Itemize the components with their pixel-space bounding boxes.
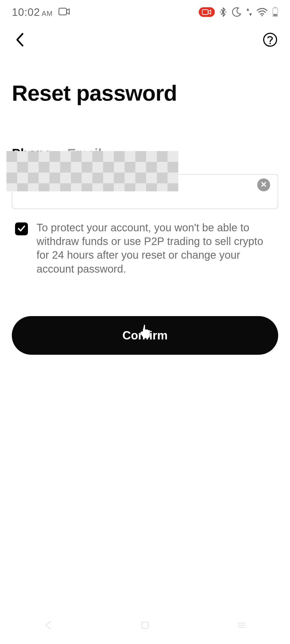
svg-rect-7 [273,14,277,16]
bluetooth-icon [220,7,227,17]
svg-point-3 [225,12,226,13]
help-button[interactable] [262,32,278,48]
app-header [0,24,290,54]
svg-point-2 [220,12,221,13]
status-right [199,7,278,17]
disclaimer-row: To protect your account, you won't be ab… [0,209,290,276]
close-icon [261,181,267,188]
phone-input[interactable] [12,174,278,209]
confirm-wrap: Confirm [0,276,290,355]
svg-point-9 [269,43,271,44]
disclaimer-checkbox[interactable] [15,222,28,235]
svg-rect-14 [142,622,148,628]
svg-rect-1 [202,10,208,14]
screen-record-icon [199,7,215,17]
wifi-icon [257,8,267,16]
page-title: Reset password [0,54,290,106]
help-circle-icon [263,32,278,48]
back-button[interactable] [12,32,28,48]
status-time-value: 10:02 [12,6,40,18]
sys-home-button[interactable] [134,619,156,632]
check-icon [17,224,26,234]
status-bar: 10:02AM [0,0,290,24]
battery-icon [272,7,278,17]
system-nav-bar [0,606,290,644]
camera-outline-icon [59,7,70,16]
svg-point-4 [262,15,263,16]
phone-input-wrap [0,161,290,209]
moon-icon [231,7,242,17]
tab-phone[interactable]: Phone [12,146,51,161]
status-time: 10:02AM [12,6,53,18]
svg-point-8 [264,33,277,46]
svg-rect-6 [274,7,276,8]
status-ampm: AM [42,9,53,17]
sys-back-button[interactable] [38,619,59,632]
data-updown-icon [247,8,252,17]
svg-rect-0 [59,8,67,15]
auth-tabs: Phone Email [0,106,290,161]
chevron-left-icon [15,32,25,48]
clear-input-button[interactable] [257,178,270,191]
disclaimer-text: To protect your account, you won't be ab… [37,221,277,276]
sys-recents-button[interactable] [231,619,252,632]
confirm-button-label: Confirm [122,329,168,342]
confirm-button[interactable]: Confirm [12,316,278,355]
tab-email[interactable]: Email [67,146,102,161]
status-left: 10:02AM [12,6,70,18]
